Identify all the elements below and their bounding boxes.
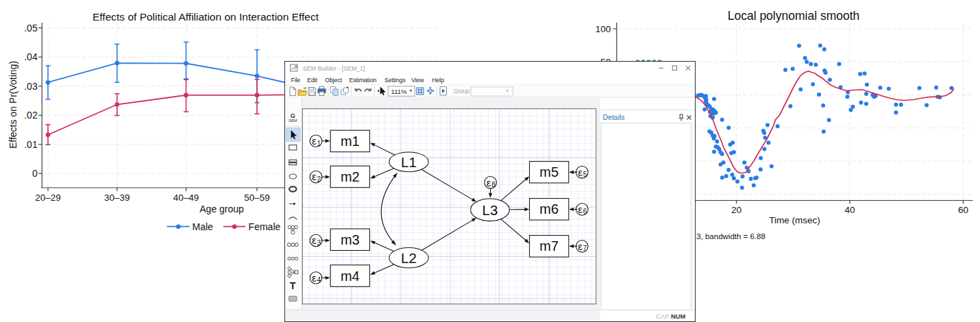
svg-text:L2: L2 — [401, 250, 417, 266]
svg-text:1: 1 — [317, 140, 321, 147]
svg-text:ε: ε — [578, 203, 583, 215]
svg-text:Object: Object — [325, 77, 342, 84]
svg-text:m6: m6 — [539, 201, 559, 216]
svg-text:ε: ε — [312, 135, 317, 147]
svg-text:m7: m7 — [539, 238, 559, 253]
svg-text:Settings: Settings — [384, 77, 406, 84]
svg-text:m4: m4 — [341, 269, 360, 284]
svg-text:m3: m3 — [341, 232, 360, 247]
svg-text:ε: ε — [312, 234, 317, 246]
svg-text:T: T — [290, 280, 296, 291]
svg-text:2: 2 — [317, 175, 321, 183]
svg-text:m2: m2 — [341, 169, 360, 184]
svg-text:ε: ε — [312, 171, 317, 182]
svg-text:6: 6 — [583, 208, 587, 215]
svg-text:Help: Help — [432, 77, 444, 84]
svg-text:L1: L1 — [401, 154, 417, 170]
svg-text:ε: ε — [578, 166, 583, 178]
svg-text:Group:: Group: — [454, 88, 471, 95]
svg-text:CAP: CAP — [656, 313, 669, 320]
svg-text:8: 8 — [491, 181, 495, 188]
svg-text:L3: L3 — [482, 202, 498, 218]
svg-text:m1: m1 — [341, 134, 360, 149]
svg-text:7: 7 — [583, 245, 587, 252]
svg-text:111%: 111% — [391, 88, 408, 95]
svg-text:3: 3 — [317, 239, 321, 247]
svg-text:Edit: Edit — [307, 77, 317, 84]
svg-text:4: 4 — [317, 276, 321, 284]
svg-text:Details: Details — [603, 113, 625, 121]
svg-text:NUM: NUM — [671, 313, 685, 320]
svg-text:Estimation: Estimation — [350, 77, 377, 84]
svg-text:ε: ε — [312, 272, 317, 284]
svg-text:5: 5 — [583, 171, 587, 178]
svg-text:SEM Builder - [SEM_1]: SEM Builder - [SEM_1] — [303, 65, 365, 72]
svg-text:ε: ε — [487, 177, 491, 188]
svg-text:File: File — [291, 77, 301, 84]
svg-text:View: View — [411, 77, 424, 84]
svg-text:ε: ε — [578, 240, 583, 252]
svg-text:m5: m5 — [539, 164, 559, 179]
svg-text:SEM: SEM — [289, 119, 297, 123]
